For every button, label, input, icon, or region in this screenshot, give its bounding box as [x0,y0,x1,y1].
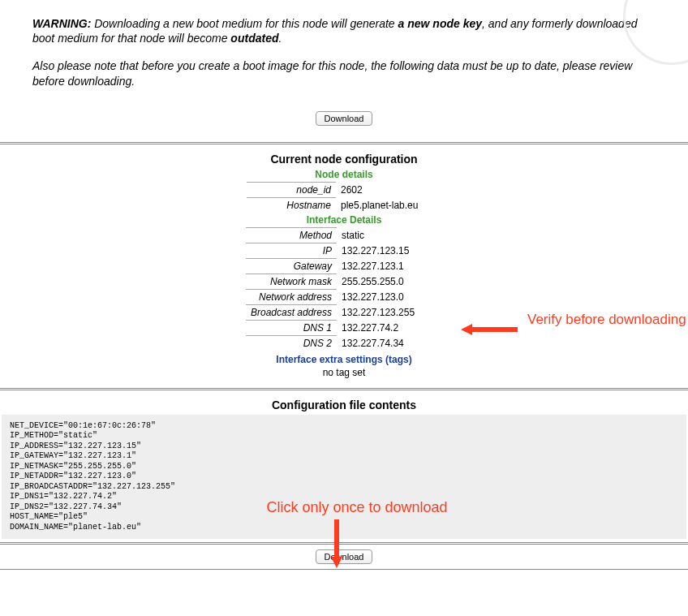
download-button-row-top: Download [32,111,656,126]
row-label: Method [246,227,337,243]
node-details-heading: Node details [0,169,688,180]
row-value: static [337,227,442,243]
row-value: 132.227.123.0 [337,289,442,304]
config-section-title: Current node configuration [0,153,688,166]
row-label: IP [246,243,337,258]
table-row: Broadcast address132.227.123.255 [246,304,442,320]
row-value: 132.227.123.255 [337,304,442,320]
warning-b2: outdated [230,32,278,45]
warning-text: WARNING: Downloading a new boot medium f… [32,16,656,45]
row-label: Hostname [247,197,336,213]
download-button-row-bottom: Download [0,549,688,564]
arrow-left-icon [461,324,518,335]
interface-details-table: Methodstatic IP132.227.123.15 Gateway132… [246,227,442,351]
warning-prefix: WARNING: [32,17,91,30]
node-details-table: node_id2602 Hostnameple5.planet-lab.eu [247,182,441,213]
table-row: IP132.227.123.15 [246,243,442,258]
row-value: 132.227.123.1 [337,258,442,274]
row-value: 2602 [336,182,441,197]
row-value: 132.227.74.2 [337,320,442,335]
table-row: Network address132.227.123.0 [246,289,442,304]
table-row: Methodstatic [246,227,442,243]
row-value: 132.227.123.15 [337,243,442,258]
table-row: DNS 1132.227.74.2 [246,320,442,335]
config-file-contents: NET_DEVICE="00:1e:67:0c:26:78" IP_METHOD… [2,415,686,540]
row-label: Broadcast address [246,304,337,320]
table-row: Gateway132.227.123.1 [246,258,442,274]
table-row: Network mask255.255.255.0 [246,274,442,289]
row-value: 255.255.255.0 [337,274,442,289]
warning-b1: a new node key [398,17,482,30]
download-button-top[interactable]: Download [316,111,373,126]
row-label: node_id [247,182,336,197]
table-row: DNS 2132.227.74.34 [246,335,442,351]
row-label: Network address [246,289,337,304]
warning-t1: Downloading a new boot medium for this n… [91,17,398,30]
row-value: 132.227.74.34 [337,335,442,351]
file-section-title: Configuration file contents [0,398,688,411]
divider-3 [0,542,688,545]
main-content: WARNING: Downloading a new boot medium f… [0,0,688,139]
row-label: DNS 1 [246,320,337,335]
no-tag-text: no tag set [0,367,688,378]
table-row: node_id2602 [247,182,441,197]
divider-4 [0,569,688,570]
divider-1 [0,142,688,144]
note-text: Also please note that before you create … [32,58,656,88]
row-label: Network mask [246,274,337,289]
row-label: DNS 2 [246,335,337,351]
row-value: ple5.planet-lab.eu [336,197,441,213]
row-label: Gateway [246,258,337,274]
warning-t3: . [278,32,282,45]
divider-2 [0,388,688,390]
interface-details-heading: Interface Details [0,214,688,226]
download-button-bottom[interactable]: Download [316,549,373,564]
interface-tags-heading: Interface extra settings (tags) [0,354,688,365]
table-row: Hostnameple5.planet-lab.eu [247,197,441,213]
annotation-verify: Verify before downloading [527,312,686,328]
